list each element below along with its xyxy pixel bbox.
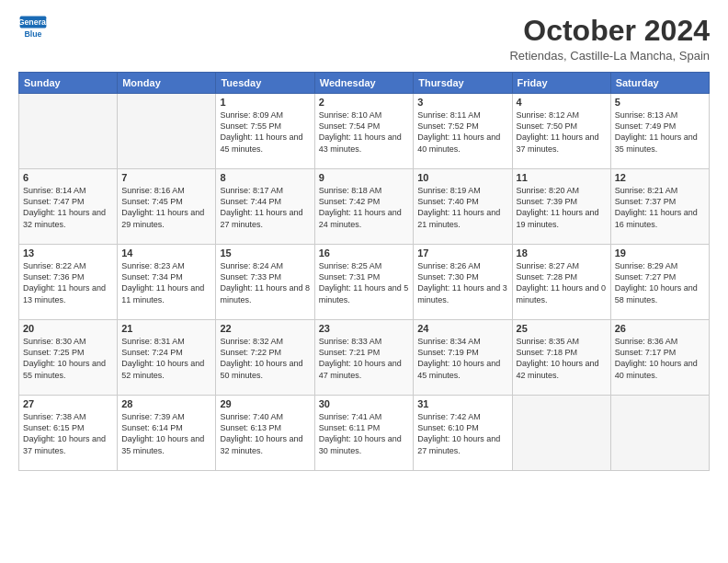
calendar-cell: 20Sunrise: 8:30 AM Sunset: 7:25 PM Dayli… [19, 320, 118, 396]
day-number: 30 [319, 398, 410, 409]
day-number: 31 [417, 398, 507, 409]
title-section: October 2024 Retiendas, Castille-La Manc… [509, 15, 710, 63]
calendar-cell: 24Sunrise: 8:34 AM Sunset: 7:19 PM Dayli… [414, 320, 512, 396]
day-number: 16 [319, 247, 410, 259]
day-of-week-header: Wednesday [314, 73, 414, 94]
calendar-cell: 19Sunrise: 8:29 AM Sunset: 7:27 PM Dayli… [610, 245, 709, 320]
header: General Blue October 2024 Retiendas, Cas… [18, 15, 710, 63]
calendar-cell: 13Sunrise: 8:22 AM Sunset: 7:36 PM Dayli… [19, 245, 118, 320]
calendar-cell: 10Sunrise: 8:19 AM Sunset: 7:40 PM Dayli… [414, 169, 512, 245]
day-number: 6 [23, 172, 113, 183]
day-info: Sunrise: 8:34 AM Sunset: 7:19 PM Dayligh… [417, 336, 507, 381]
calendar-cell: 25Sunrise: 8:35 AM Sunset: 7:18 PM Dayli… [512, 320, 610, 396]
day-number: 8 [220, 172, 310, 183]
day-info: Sunrise: 7:38 AM Sunset: 6:15 PM Dayligh… [23, 411, 113, 456]
calendar-cell: 27Sunrise: 7:38 AM Sunset: 6:15 PM Dayli… [19, 396, 118, 471]
day-of-week-header: Tuesday [216, 73, 314, 94]
calendar-cell: 1Sunrise: 8:09 AM Sunset: 7:55 PM Daylig… [216, 94, 314, 169]
day-info: Sunrise: 8:27 AM Sunset: 7:28 PM Dayligh… [517, 260, 607, 305]
logo-icon: General Blue [18, 15, 48, 44]
day-info: Sunrise: 8:18 AM Sunset: 7:42 PM Dayligh… [319, 185, 410, 230]
day-of-week-header: Sunday [19, 73, 118, 94]
day-number: 14 [121, 247, 211, 259]
day-number: 2 [319, 97, 410, 108]
day-of-week-header: Thursday [414, 73, 512, 94]
calendar-cell: 22Sunrise: 8:32 AM Sunset: 7:22 PM Dayli… [216, 320, 314, 396]
calendar-cell: 23Sunrise: 8:33 AM Sunset: 7:21 PM Dayli… [314, 320, 414, 396]
calendar-cell: 31Sunrise: 7:42 AM Sunset: 6:10 PM Dayli… [414, 396, 512, 471]
logo: General Blue [18, 15, 48, 44]
day-info: Sunrise: 8:35 AM Sunset: 7:18 PM Dayligh… [517, 336, 607, 381]
calendar-cell: 3Sunrise: 8:11 AM Sunset: 7:52 PM Daylig… [414, 94, 512, 169]
day-info: Sunrise: 8:36 AM Sunset: 7:17 PM Dayligh… [615, 336, 705, 381]
calendar-cell: 6Sunrise: 8:14 AM Sunset: 7:47 PM Daylig… [19, 169, 118, 245]
day-number: 24 [417, 323, 507, 334]
week-row: 20Sunrise: 8:30 AM Sunset: 7:25 PM Dayli… [19, 320, 710, 396]
calendar-cell: 15Sunrise: 8:24 AM Sunset: 7:33 PM Dayli… [216, 245, 314, 320]
calendar-cell: 12Sunrise: 8:21 AM Sunset: 7:37 PM Dayli… [610, 169, 709, 245]
day-info: Sunrise: 8:24 AM Sunset: 7:33 PM Dayligh… [220, 260, 310, 305]
day-number: 11 [517, 172, 607, 183]
day-info: Sunrise: 8:21 AM Sunset: 7:37 PM Dayligh… [615, 185, 705, 230]
day-number: 10 [417, 172, 507, 183]
location-subtitle: Retiendas, Castille-La Mancha, Spain [509, 49, 710, 63]
day-info: Sunrise: 7:42 AM Sunset: 6:10 PM Dayligh… [417, 411, 507, 456]
day-of-week-header: Friday [512, 73, 610, 94]
day-number: 17 [417, 247, 507, 259]
day-info: Sunrise: 8:16 AM Sunset: 7:45 PM Dayligh… [121, 185, 211, 230]
day-info: Sunrise: 8:12 AM Sunset: 7:50 PM Dayligh… [517, 109, 607, 155]
day-number: 23 [319, 323, 410, 334]
day-info: Sunrise: 8:26 AM Sunset: 7:30 PM Dayligh… [417, 260, 507, 305]
week-row: 13Sunrise: 8:22 AM Sunset: 7:36 PM Dayli… [19, 245, 710, 320]
calendar-cell [610, 396, 709, 471]
calendar-cell [19, 94, 118, 169]
calendar-cell: 5Sunrise: 8:13 AM Sunset: 7:49 PM Daylig… [610, 94, 709, 169]
calendar-cell: 28Sunrise: 7:39 AM Sunset: 6:14 PM Dayli… [118, 396, 216, 471]
page: General Blue October 2024 Retiendas, Cas… [0, 0, 728, 563]
day-number: 18 [517, 247, 607, 259]
day-info: Sunrise: 8:14 AM Sunset: 7:47 PM Dayligh… [23, 185, 113, 230]
day-info: Sunrise: 8:25 AM Sunset: 7:31 PM Dayligh… [319, 260, 410, 305]
calendar-table: SundayMondayTuesdayWednesdayThursdayFrid… [18, 72, 710, 471]
day-info: Sunrise: 7:39 AM Sunset: 6:14 PM Dayligh… [121, 411, 211, 456]
day-number: 29 [220, 398, 310, 409]
day-info: Sunrise: 8:09 AM Sunset: 7:55 PM Dayligh… [220, 109, 310, 155]
day-info: Sunrise: 8:11 AM Sunset: 7:52 PM Dayligh… [417, 109, 507, 155]
day-info: Sunrise: 8:23 AM Sunset: 7:34 PM Dayligh… [121, 260, 211, 305]
day-number: 9 [319, 172, 410, 183]
calendar-cell: 18Sunrise: 8:27 AM Sunset: 7:28 PM Dayli… [512, 245, 610, 320]
day-number: 19 [615, 247, 705, 259]
calendar-cell: 17Sunrise: 8:26 AM Sunset: 7:30 PM Dayli… [414, 245, 512, 320]
day-info: Sunrise: 7:41 AM Sunset: 6:11 PM Dayligh… [319, 411, 410, 456]
day-info: Sunrise: 8:13 AM Sunset: 7:49 PM Dayligh… [615, 109, 705, 155]
day-info: Sunrise: 7:40 AM Sunset: 6:13 PM Dayligh… [220, 411, 310, 456]
day-number: 21 [121, 323, 211, 334]
calendar-cell: 4Sunrise: 8:12 AM Sunset: 7:50 PM Daylig… [512, 94, 610, 169]
day-number: 3 [417, 97, 507, 108]
calendar-cell: 11Sunrise: 8:20 AM Sunset: 7:39 PM Dayli… [512, 169, 610, 245]
day-number: 15 [220, 247, 310, 259]
day-number: 12 [615, 172, 705, 183]
day-number: 25 [517, 323, 607, 334]
week-row: 27Sunrise: 7:38 AM Sunset: 6:15 PM Dayli… [19, 396, 710, 471]
day-info: Sunrise: 8:17 AM Sunset: 7:44 PM Dayligh… [220, 185, 310, 230]
calendar-cell: 14Sunrise: 8:23 AM Sunset: 7:34 PM Dayli… [118, 245, 216, 320]
week-row: 6Sunrise: 8:14 AM Sunset: 7:47 PM Daylig… [19, 169, 710, 245]
day-number: 26 [615, 323, 705, 334]
day-info: Sunrise: 8:30 AM Sunset: 7:25 PM Dayligh… [23, 336, 113, 381]
calendar-cell: 21Sunrise: 8:31 AM Sunset: 7:24 PM Dayli… [118, 320, 216, 396]
day-of-week-header: Monday [118, 73, 216, 94]
day-number: 7 [121, 172, 211, 183]
svg-text:Blue: Blue [24, 29, 41, 39]
day-info: Sunrise: 8:33 AM Sunset: 7:21 PM Dayligh… [319, 336, 410, 381]
calendar-cell: 26Sunrise: 8:36 AM Sunset: 7:17 PM Dayli… [610, 320, 709, 396]
day-of-week-header: Saturday [610, 73, 709, 94]
day-number: 5 [615, 97, 705, 108]
day-number: 1 [220, 97, 310, 108]
calendar-cell: 7Sunrise: 8:16 AM Sunset: 7:45 PM Daylig… [118, 169, 216, 245]
day-number: 20 [23, 323, 113, 334]
calendar-cell: 16Sunrise: 8:25 AM Sunset: 7:31 PM Dayli… [314, 245, 414, 320]
day-info: Sunrise: 8:32 AM Sunset: 7:22 PM Dayligh… [220, 336, 310, 381]
calendar-cell: 9Sunrise: 8:18 AM Sunset: 7:42 PM Daylig… [314, 169, 414, 245]
day-number: 27 [23, 398, 113, 409]
